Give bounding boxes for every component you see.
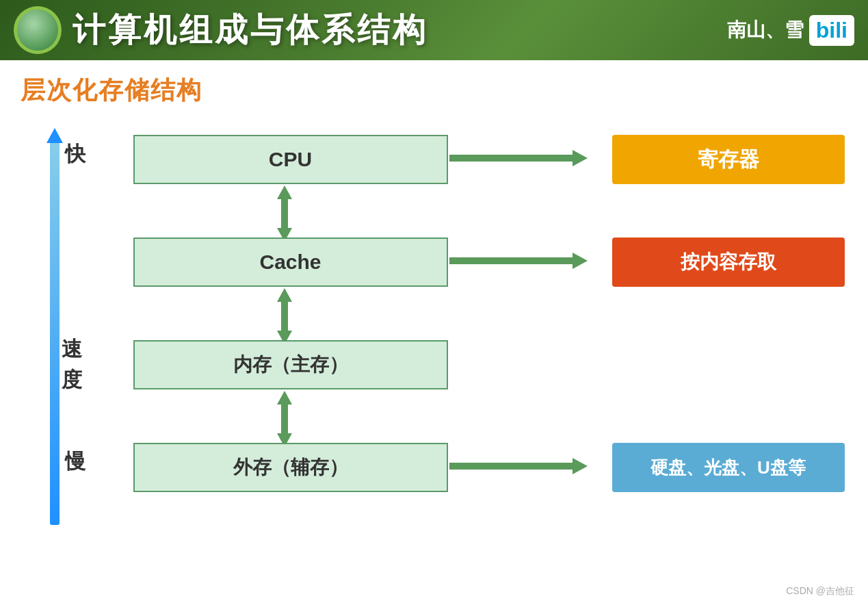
ram-box: 内存（主存） — [133, 340, 448, 389]
diagram: 快 速 度 慢 CPU 寄存器 Cache — [24, 121, 845, 587]
arrow-cpu-register — [449, 150, 588, 166]
storage-box: 硬盘、光盘、U盘等 — [612, 443, 845, 492]
svg-rect-0 — [50, 142, 60, 525]
cache-box: Cache — [133, 238, 448, 287]
bili-logo: bili — [809, 15, 854, 46]
ext-box: 外存（辅存） — [133, 443, 448, 492]
header-right: 南山、雪 bili — [727, 15, 854, 46]
label-speed: 速 度 — [62, 333, 82, 395]
main-content: 层次化存储结构 快 速 度 — [0, 60, 868, 603]
watermark: CSDN @吉他征 — [786, 585, 854, 598]
header-title: 计算机组成与体系结构 — [73, 8, 428, 52]
header-left: 计算机组成与体系结构 — [14, 6, 428, 54]
avatar — [14, 6, 62, 54]
arrow-ext-storage — [449, 458, 588, 474]
label-fast: 快 — [65, 140, 86, 168]
associative-box: 按内容存取 — [612, 238, 845, 287]
page-title: 层次化存储结构 — [21, 74, 847, 107]
register-box: 寄存器 — [612, 135, 845, 184]
svg-marker-1 — [47, 128, 63, 143]
header: 计算机组成与体系结构 南山、雪 bili — [0, 0, 868, 60]
arrow-cache-ram — [274, 288, 295, 344]
arrow-ram-ext — [274, 391, 295, 447]
arrow-cache-assoc — [449, 253, 588, 269]
cpu-box: CPU — [133, 135, 448, 184]
label-slow: 慢 — [65, 448, 86, 476]
arrow-cpu-cache — [274, 185, 295, 242]
header-author: 南山、雪 — [727, 17, 804, 43]
